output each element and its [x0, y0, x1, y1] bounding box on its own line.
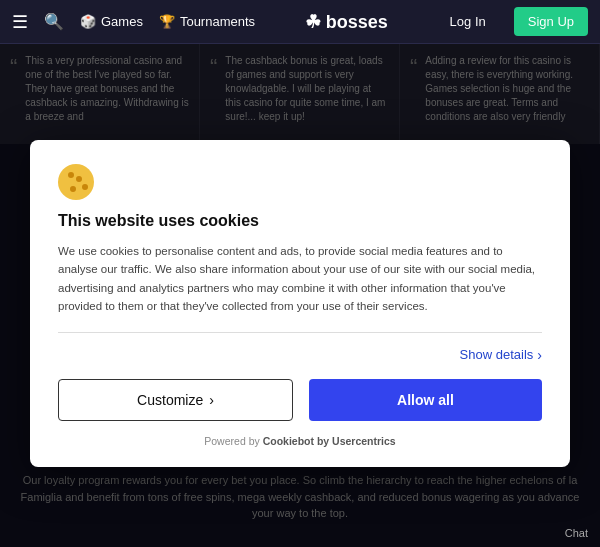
cookie-logo	[58, 164, 94, 200]
cookiebot-link[interactable]: Cookiebot by Usercentrics	[263, 435, 396, 447]
tournaments-label: Tournaments	[180, 14, 255, 29]
signup-button[interactable]: Sign Up	[514, 7, 588, 36]
cookie-modal-title: This website uses cookies	[58, 212, 542, 230]
customize-button[interactable]: Customize ›	[58, 379, 293, 421]
cookie-action-buttons: Customize › Allow all	[58, 379, 542, 421]
site-logo: ☘ bosses	[271, 11, 422, 33]
search-icon[interactable]: 🔍	[44, 12, 64, 31]
customize-chevron-icon: ›	[209, 392, 214, 408]
logo-icon: ☘	[305, 12, 321, 32]
hamburger-icon[interactable]: ☰	[12, 11, 28, 33]
cookie-divider	[58, 332, 542, 333]
chat-button[interactable]: Chat	[565, 527, 588, 539]
nav-tournaments-link[interactable]: 🏆 Tournaments	[159, 14, 255, 29]
show-details-row: Show details ›	[58, 347, 542, 363]
chevron-right-icon: ›	[537, 347, 542, 363]
nav-games-link[interactable]: 🎲 Games	[80, 14, 143, 29]
navbar: ☰ 🔍 🎲 Games 🏆 Tournaments ☘ bosses Log I…	[0, 0, 600, 44]
allow-all-button[interactable]: Allow all	[309, 379, 542, 421]
login-button[interactable]: Log In	[438, 8, 498, 35]
customize-label: Customize	[137, 392, 203, 408]
games-label: Games	[101, 14, 143, 29]
trophy-icon: 🏆	[159, 14, 175, 29]
show-details-button[interactable]: Show details ›	[460, 347, 542, 363]
powered-by: Powered by Cookiebot by Usercentrics	[58, 435, 542, 447]
show-details-label: Show details	[460, 347, 534, 362]
cookie-modal-body: We use cookies to personalise content an…	[58, 242, 542, 316]
games-icon: 🎲	[80, 14, 96, 29]
logo-text: bosses	[326, 12, 388, 32]
cookie-modal: This website uses cookies We use cookies…	[30, 140, 570, 467]
powered-label: Powered by	[204, 435, 259, 447]
